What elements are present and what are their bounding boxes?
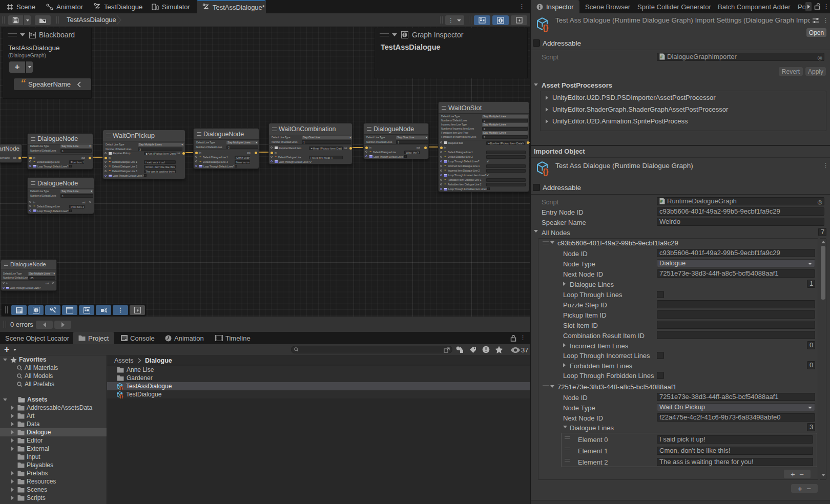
svg-text:{}: {}	[120, 394, 123, 398]
svg-text:#: #	[660, 54, 663, 59]
svg-text:{}: {}	[543, 167, 549, 176]
svg-text:{}: {}	[120, 386, 123, 390]
svg-text:{}: {}	[543, 23, 549, 32]
svg-text:#: #	[660, 199, 663, 204]
